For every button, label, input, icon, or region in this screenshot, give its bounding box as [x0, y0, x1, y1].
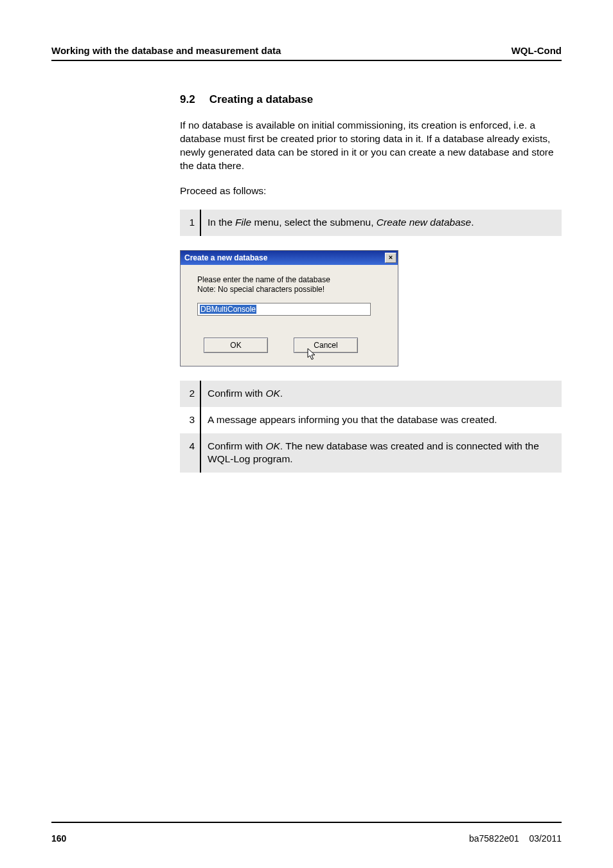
dialog-button-row: OK Cancel	[197, 338, 386, 356]
button-name: OK	[265, 388, 280, 399]
doc-id: ba75822e01	[469, 833, 519, 844]
step-text: A message appears informing you that the…	[200, 407, 562, 433]
dialog-screenshot: Create a new database × Please enter the…	[180, 250, 562, 366]
step-number: 3	[180, 407, 200, 433]
step-number: 4	[180, 433, 200, 473]
step-number: 1	[180, 210, 200, 236]
dialog-titlebar: Create a new database ×	[181, 251, 398, 265]
step-row: 3 A message appears informing you that t…	[180, 407, 562, 433]
database-name-input[interactable]: DBMultiConsole	[197, 303, 371, 316]
section-number: 9.2	[180, 93, 195, 106]
running-header: Working with the database and measuremen…	[51, 45, 562, 61]
dialog-title: Create a new database	[184, 253, 267, 262]
dialog-message-line: Note: No special characters possible!	[197, 285, 386, 295]
page-footer: 160 ba75822e01 03/2011	[51, 833, 562, 844]
page-number: 160	[51, 833, 66, 844]
header-left: Working with the database and measuremen…	[51, 45, 281, 56]
step-row: 1 In the File menu, select the submenu, …	[180, 210, 562, 236]
button-name: OK	[265, 440, 280, 451]
dialog-message-line: Please enter the name of the database	[197, 275, 386, 285]
main-content: 9.2Creating a database If no database is…	[180, 93, 562, 473]
step-table-1: 1 In the File menu, select the submenu, …	[180, 210, 562, 236]
dialog-body: Please enter the name of the database No…	[181, 265, 398, 366]
step-row: 2 Confirm with OK.	[180, 381, 562, 407]
step-table-2: 2 Confirm with OK. 3 A message appears i…	[180, 381, 562, 473]
step-text: Confirm with OK.	[200, 381, 562, 407]
database-name-value: DBMultiConsole	[200, 305, 256, 314]
submenu-name: Create new database	[377, 217, 471, 228]
section-title: Creating a database	[209, 93, 314, 105]
section-heading: 9.2Creating a database	[180, 93, 562, 106]
ok-button[interactable]: OK	[204, 338, 268, 353]
create-database-dialog: Create a new database × Please enter the…	[180, 250, 398, 366]
step-text-fragment: menu, select the submenu,	[251, 217, 377, 228]
step-row: 4 Confirm with OK. The new database was …	[180, 433, 562, 473]
lead-in-paragraph: Proceed as follows:	[180, 185, 562, 198]
step-text-fragment: In the	[208, 217, 235, 228]
step-text: In the File menu, select the submenu, Cr…	[200, 210, 562, 236]
footer-right: ba75822e01 03/2011	[469, 833, 562, 844]
footer-rule	[51, 822, 562, 823]
menu-name: File	[235, 217, 251, 228]
step-text-fragment: Confirm with	[208, 388, 265, 399]
step-text-fragment: .	[471, 217, 474, 228]
cancel-button[interactable]: Cancel	[294, 338, 358, 353]
step-text-fragment: Confirm with	[208, 440, 265, 451]
intro-paragraph: If no database is available on initial c…	[180, 119, 562, 173]
doc-date: 03/2011	[529, 833, 562, 844]
step-text-fragment: .	[280, 388, 283, 399]
dialog-message: Please enter the name of the database No…	[197, 275, 386, 295]
header-right: WQL-Cond	[511, 45, 562, 56]
step-text: Confirm with OK. The new database was cr…	[200, 433, 562, 473]
step-number: 2	[180, 381, 200, 407]
close-icon[interactable]: ×	[385, 253, 396, 263]
